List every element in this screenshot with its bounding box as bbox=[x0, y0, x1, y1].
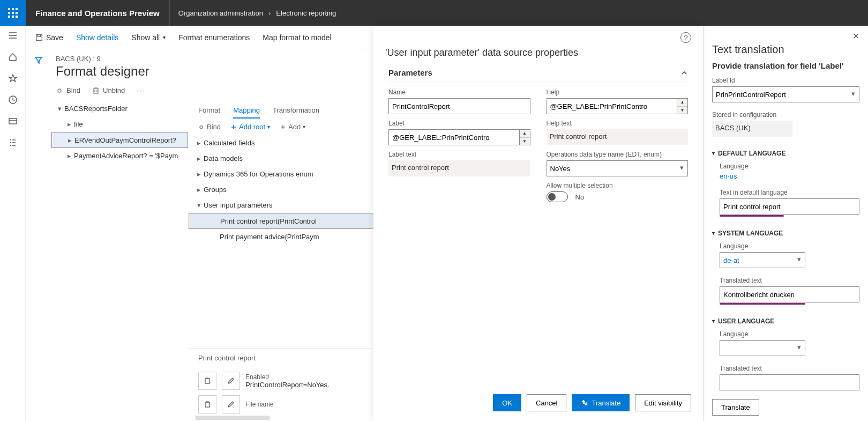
multi-toggle[interactable] bbox=[547, 191, 568, 202]
system-language-select[interactable] bbox=[720, 252, 805, 268]
nav-rail bbox=[0, 26, 26, 421]
field-label: Allow multiple selection bbox=[547, 182, 689, 189]
bind-button-2[interactable]: Bind bbox=[198, 123, 221, 131]
svg-rect-0 bbox=[8, 8, 10, 10]
list-icon[interactable] bbox=[8, 137, 18, 148]
label-id-select[interactable] bbox=[712, 86, 859, 102]
svg-rect-7 bbox=[12, 16, 14, 18]
breadcrumb-item[interactable]: Organization administration bbox=[178, 9, 263, 17]
user-language-select[interactable] bbox=[720, 340, 805, 356]
breadcrumb: Organization administration › Electronic… bbox=[170, 9, 345, 17]
field-label: Label text bbox=[388, 151, 530, 158]
tree-node[interactable]: ▾BACSReportsFolder bbox=[51, 101, 188, 116]
chevron-right-icon: › bbox=[268, 9, 271, 17]
section-default-language[interactable]: DEFAULT LANGUAGE bbox=[712, 150, 859, 157]
svg-rect-3 bbox=[8, 12, 10, 14]
show-details-link[interactable]: Show details bbox=[76, 33, 118, 42]
properties-flyout: ? 'User input parameter' data source pro… bbox=[373, 26, 703, 421]
section-system-language[interactable]: SYSTEM LANGUAGE bbox=[712, 230, 859, 237]
ok-button[interactable]: OK bbox=[493, 394, 521, 411]
svg-rect-1 bbox=[12, 8, 14, 10]
svg-rect-14 bbox=[205, 379, 209, 383]
cancel-button[interactable]: Cancel bbox=[527, 394, 566, 411]
field-label: Stored in configuration bbox=[712, 111, 859, 119]
default-language-value: en-us bbox=[720, 172, 859, 180]
field-label: Translated text bbox=[720, 365, 859, 372]
default-text-field[interactable] bbox=[720, 198, 859, 215]
unbind-button[interactable]: Unbind bbox=[92, 86, 125, 94]
panel-title: Text translation bbox=[712, 43, 859, 56]
tree-node-selected[interactable]: ▸ERVendOutPaymControlReport? bbox=[51, 132, 188, 148]
system-translated-text-field[interactable] bbox=[720, 286, 859, 302]
tree-node[interactable]: ▸PaymentAdviceReport? = '$Paym bbox=[51, 148, 188, 164]
field-label: Language bbox=[720, 163, 859, 170]
svg-rect-11 bbox=[36, 34, 42, 40]
edit-icon[interactable] bbox=[222, 395, 240, 413]
bind-button[interactable]: Bind bbox=[56, 86, 80, 94]
home-icon[interactable] bbox=[8, 51, 18, 62]
star-icon[interactable] bbox=[8, 73, 18, 84]
format-tree: ▾BACSReportsFolder ▸file ▸ERVendOutPaymC… bbox=[51, 101, 188, 164]
panel-subtitle: Provide translation for field 'Label' bbox=[712, 61, 859, 70]
hamburger-icon[interactable] bbox=[8, 30, 18, 41]
field-label: Operations data type name (EDT, enum) bbox=[547, 151, 689, 158]
tab-mapping[interactable]: Mapping bbox=[233, 103, 260, 119]
svg-rect-5 bbox=[16, 12, 18, 14]
svg-rect-13 bbox=[94, 88, 98, 93]
add-button[interactable]: Add ▾ bbox=[280, 123, 305, 131]
tab-transformation[interactable]: Transformation bbox=[273, 103, 319, 119]
field-label: Name bbox=[388, 88, 530, 96]
edt-select[interactable] bbox=[547, 160, 689, 176]
stored-config-readonly: BACS (UK) bbox=[712, 121, 792, 137]
tree-node[interactable]: ▸file bbox=[51, 116, 188, 132]
flyout-footer: OK Cancel Translate Edit visibility bbox=[373, 389, 703, 417]
field-label: Label bbox=[388, 120, 530, 127]
app-title: Finance and Operations Preview bbox=[26, 0, 170, 26]
app-launcher-icon[interactable] bbox=[0, 0, 26, 26]
add-root-button[interactable]: Add root ▾ bbox=[230, 123, 270, 131]
svg-rect-2 bbox=[16, 8, 18, 10]
more-actions-button[interactable]: ··· bbox=[137, 86, 146, 94]
help-icon[interactable]: ? bbox=[680, 32, 691, 43]
module-icon[interactable] bbox=[8, 116, 18, 127]
spinner-buttons[interactable]: ▲▼ bbox=[520, 129, 530, 145]
breadcrumb-item[interactable]: Electronic reporting bbox=[276, 9, 336, 17]
field-label: Translated text bbox=[720, 277, 859, 284]
spinner-buttons[interactable]: ▲▼ bbox=[677, 98, 688, 114]
map-format-link[interactable]: Map format to model bbox=[263, 33, 331, 42]
save-button[interactable]: Save bbox=[35, 33, 63, 42]
svg-rect-15 bbox=[205, 402, 209, 407]
top-bar: Finance and Operations Preview Organizat… bbox=[0, 0, 868, 26]
svg-rect-10 bbox=[9, 119, 17, 124]
chevron-up-icon bbox=[680, 69, 688, 77]
tab-format[interactable]: Format bbox=[198, 103, 220, 119]
field-label: Label Id bbox=[712, 77, 859, 84]
label-text-readonly: Print control report bbox=[388, 160, 530, 176]
clock-icon[interactable] bbox=[8, 94, 18, 105]
help-field[interactable] bbox=[547, 98, 678, 114]
translate-action-button[interactable]: Translate bbox=[712, 399, 759, 416]
show-all-dropdown[interactable]: Show all ▾ bbox=[131, 33, 166, 42]
field-label: Text in default language bbox=[720, 189, 859, 196]
filter-icon[interactable] bbox=[34, 56, 43, 421]
label-field[interactable] bbox=[388, 129, 520, 145]
user-translated-text-field[interactable] bbox=[720, 374, 859, 390]
edit-icon[interactable] bbox=[222, 372, 240, 390]
section-user-language[interactable]: USER LANGUAGE bbox=[712, 317, 859, 325]
format-enumerations-link[interactable]: Format enumerations bbox=[178, 33, 250, 42]
field-label: Help text bbox=[547, 120, 689, 127]
name-field[interactable] bbox=[388, 98, 530, 114]
delete-icon[interactable] bbox=[198, 372, 216, 390]
field-label: Help bbox=[547, 88, 689, 96]
translate-button[interactable]: Translate bbox=[572, 394, 630, 411]
flyout-title: 'User input parameter' data source prope… bbox=[373, 47, 703, 64]
field-label: Language bbox=[720, 242, 859, 250]
svg-rect-6 bbox=[8, 16, 10, 18]
close-icon[interactable]: ✕ bbox=[852, 31, 859, 41]
delete-icon[interactable] bbox=[198, 395, 216, 413]
scrollbar-thumb[interactable] bbox=[195, 416, 270, 420]
section-header[interactable]: Parameters bbox=[388, 68, 688, 82]
edit-visibility-button[interactable]: Edit visibility bbox=[635, 394, 691, 411]
svg-rect-4 bbox=[12, 12, 14, 14]
toggle-value: No bbox=[575, 193, 585, 201]
